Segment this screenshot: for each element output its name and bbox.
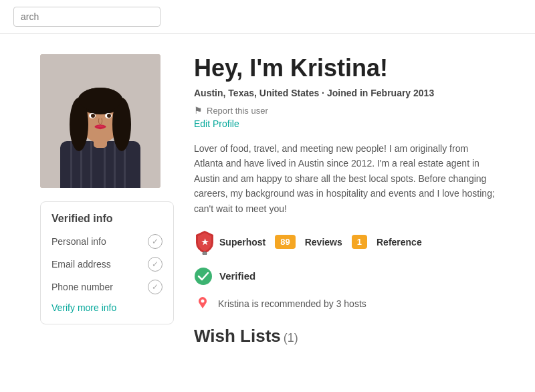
right-column: Hey, I'm Kristina! Austin, Texas, United… <box>194 54 495 347</box>
svg-point-21 <box>195 268 212 285</box>
verified-green-check-icon <box>194 267 213 286</box>
recommended-text: Kristina is recommended by 3 hosts <box>218 298 366 309</box>
reviews-count-badge: 89 <box>275 235 295 249</box>
flag-icon: ⚑ <box>194 105 203 116</box>
svg-text:★: ★ <box>201 237 209 247</box>
superhost-label: Superhost <box>219 237 265 248</box>
email-address-label: Email address <box>51 259 111 270</box>
superhost-badge: ★ Superhost <box>194 229 265 255</box>
svg-rect-6 <box>104 141 106 188</box>
top-bar <box>0 0 535 34</box>
left-column: Verified info Personal info ✓ Email addr… <box>40 54 174 347</box>
svg-point-20 <box>203 252 207 255</box>
bio-text: Lover of food, travel, and meeting new p… <box>194 141 495 216</box>
superhost-icon: ★ <box>194 229 215 255</box>
wish-lists-count: (1) <box>284 331 298 345</box>
wish-lists-label: Wish Lists <box>194 326 281 346</box>
verified-row: Verified <box>194 267 495 286</box>
profile-location: Austin, Texas, United States · Joined in… <box>194 88 495 98</box>
personal-info-check: ✓ <box>148 234 163 249</box>
reference-label: Reference <box>377 237 422 248</box>
personal-info-item: Personal info ✓ <box>51 234 163 249</box>
svg-rect-3 <box>70 141 72 188</box>
email-address-item: Email address ✓ <box>51 257 163 272</box>
email-check: ✓ <box>148 257 163 272</box>
wish-lists-heading: Wish Lists (1) <box>194 326 495 347</box>
verified-label: Verified <box>219 270 255 282</box>
svg-rect-7 <box>114 141 116 188</box>
main-content: Verified info Personal info ✓ Email addr… <box>0 34 535 367</box>
svg-point-22 <box>201 299 205 302</box>
badges-row: ★ Superhost 89 Reviews 1 Reference <box>194 229 495 255</box>
profile-name: Hey, I'm Kristina! <box>194 54 495 82</box>
svg-point-18 <box>107 114 111 118</box>
svg-point-17 <box>91 114 95 118</box>
phone-number-label: Phone number <box>51 282 113 292</box>
phone-number-item: Phone number ✓ <box>51 280 163 294</box>
personal-info-label: Personal info <box>51 236 106 247</box>
svg-point-14 <box>79 88 122 112</box>
verified-info-box: Verified info Personal info ✓ Email addr… <box>40 201 174 324</box>
report-label: Report this user <box>207 106 268 116</box>
edit-profile-link[interactable]: Edit Profile <box>194 118 495 129</box>
report-row: ⚑ Report this user <box>194 105 495 116</box>
reviews-label: Reviews <box>305 237 342 248</box>
verify-more-link[interactable]: Verify more info <box>51 302 163 313</box>
svg-rect-5 <box>90 141 92 188</box>
avatar <box>40 54 160 188</box>
reference-count-badge: 1 <box>352 235 367 249</box>
phone-check: ✓ <box>148 280 163 294</box>
verified-info-title: Verified info <box>51 213 163 225</box>
airbnb-icon <box>194 295 211 312</box>
search-input[interactable] <box>13 7 160 27</box>
recommended-row: Kristina is recommended by 3 hosts <box>194 295 495 312</box>
